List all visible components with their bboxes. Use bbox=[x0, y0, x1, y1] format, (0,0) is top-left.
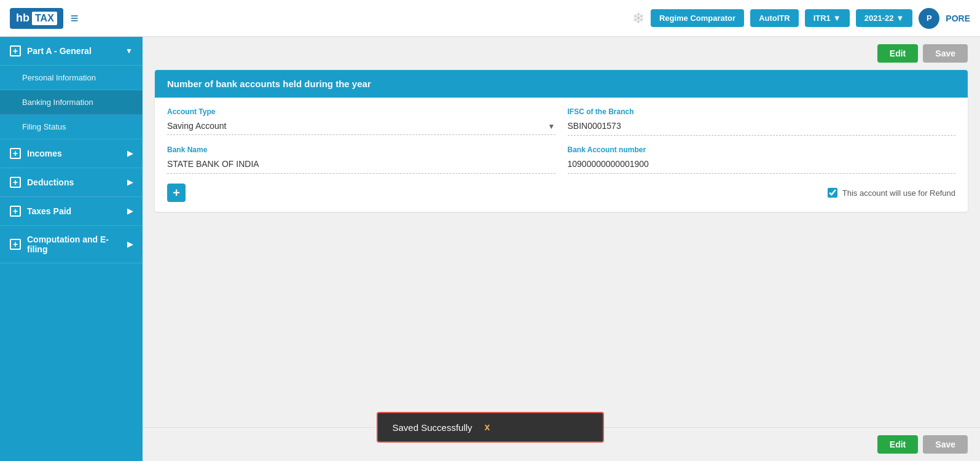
sidebar-item-computation[interactable]: + Computation and E-filing ▶ bbox=[0, 226, 143, 263]
sidebar-item-incomes[interactable]: + Incomes ▶ bbox=[0, 139, 143, 168]
sidebar-item-deductions-label: Deductions bbox=[27, 177, 74, 187]
deductions-arrow-icon: ▶ bbox=[127, 178, 133, 187]
sidebar-item-taxes-paid-label: Taxes Paid bbox=[27, 206, 71, 216]
account-type-value: Saving Account bbox=[167, 118, 548, 134]
toast-notification: Saved Successfully x bbox=[377, 412, 604, 443]
content-area: Edit Save Number of bank accounts held d… bbox=[143, 37, 980, 461]
account-type-select[interactable]: Saving Account ▼ bbox=[167, 118, 555, 135]
computation-arrow-icon: ▶ bbox=[127, 240, 133, 249]
top-action-bar: Edit Save bbox=[143, 37, 980, 70]
account-type-arrow-icon: ▼ bbox=[548, 122, 555, 131]
avatar[interactable]: P bbox=[919, 8, 939, 29]
computation-expand-icon: + bbox=[10, 239, 21, 250]
snowflake-icon: ❄ bbox=[632, 10, 645, 27]
toast-message: Saved Successfully bbox=[393, 422, 472, 433]
ifsc-label: IFSC of the Branch bbox=[568, 107, 956, 116]
bank-card-header: Number of bank accounts held during the … bbox=[155, 70, 968, 98]
sidebar-item-taxes-paid[interactable]: + Taxes Paid ▶ bbox=[0, 197, 143, 226]
main-layout: + Part A - General ▼ Personal Informatio… bbox=[0, 37, 980, 461]
deductions-expand-icon: + bbox=[10, 177, 21, 188]
sidebar-item-part-a-label: Part A - General bbox=[27, 46, 92, 56]
bank-name-value: STATE BANK OF INDIA bbox=[167, 157, 555, 174]
incomes-arrow-icon: ▶ bbox=[127, 149, 133, 158]
taxes-paid-expand-icon: + bbox=[10, 206, 21, 217]
autoitr-button[interactable]: AutoITR bbox=[750, 9, 799, 27]
year-dropdown-button[interactable]: 2021-22 ▼ bbox=[856, 9, 913, 27]
account-type-group: Account Type Saving Account ▼ bbox=[167, 107, 555, 136]
refund-checkbox[interactable] bbox=[828, 188, 837, 198]
logo[interactable]: hb TAX bbox=[10, 8, 63, 29]
toast-close-button[interactable]: x bbox=[485, 422, 490, 433]
account-number-value: 10900000000001900 bbox=[568, 157, 956, 174]
sidebar-item-computation-label: Computation and E-filing bbox=[27, 234, 121, 254]
header: hb TAX ≡ ❄ Regime Comparator AutoITR ITR… bbox=[0, 0, 980, 37]
ifsc-group: IFSC of the Branch SBIN0001573 bbox=[568, 107, 956, 136]
refund-checkbox-group: This account will use for Refund bbox=[828, 188, 955, 198]
itr1-dropdown-button[interactable]: ITR1 ▼ bbox=[805, 9, 850, 27]
taxes-paid-arrow-icon: ▶ bbox=[127, 207, 133, 215]
bank-name-group: Bank Name STATE BANK OF INDIA bbox=[167, 145, 555, 174]
part-a-expand-icon: + bbox=[10, 45, 21, 56]
sidebar-item-filing-status[interactable]: Filing Status bbox=[0, 115, 143, 139]
account-number-group: Bank Account number 10900000000001900 bbox=[568, 145, 956, 174]
edit-button-top[interactable]: Edit bbox=[877, 44, 918, 63]
form-row-1: Account Type Saving Account ▼ IFSC of th… bbox=[167, 107, 955, 136]
refund-label: This account will use for Refund bbox=[842, 188, 955, 198]
toast-overlay: Saved Successfully x bbox=[377, 412, 604, 443]
bank-card-body: Account Type Saving Account ▼ IFSC of th… bbox=[155, 98, 968, 212]
save-button-bottom[interactable]: Save bbox=[923, 435, 968, 454]
add-account-button[interactable]: + bbox=[167, 184, 186, 202]
sidebar-item-banking-information[interactable]: Banking Information bbox=[0, 90, 143, 115]
part-a-arrow-icon: ▼ bbox=[125, 47, 133, 55]
regime-comparator-button[interactable]: Regime Comparator bbox=[651, 9, 744, 27]
bank-name-label: Bank Name bbox=[167, 145, 555, 154]
bank-card: Number of bank accounts held during the … bbox=[155, 70, 968, 212]
sidebar: + Part A - General ▼ Personal Informatio… bbox=[0, 37, 143, 461]
logo-tax: TAX bbox=[32, 12, 57, 25]
add-btn-row: + This account will use for Refund bbox=[167, 184, 955, 202]
sidebar-item-personal-information[interactable]: Personal Information bbox=[0, 66, 143, 90]
hamburger-icon[interactable]: ≡ bbox=[71, 10, 79, 26]
form-row-2: Bank Name STATE BANK OF INDIA Bank Accou… bbox=[167, 145, 955, 174]
save-button-top[interactable]: Save bbox=[923, 44, 968, 63]
account-number-label: Bank Account number bbox=[568, 145, 956, 154]
ifsc-value: SBIN0001573 bbox=[568, 118, 956, 136]
sidebar-item-part-a[interactable]: + Part A - General ▼ bbox=[0, 37, 143, 66]
header-right: ❄ Regime Comparator AutoITR ITR1 ▼ 2021-… bbox=[632, 8, 970, 29]
logo-hb: hb bbox=[16, 12, 29, 25]
sidebar-item-incomes-label: Incomes bbox=[27, 149, 62, 158]
incomes-expand-icon: + bbox=[10, 148, 21, 159]
edit-button-bottom[interactable]: Edit bbox=[877, 435, 918, 454]
user-name[interactable]: PORE bbox=[946, 14, 970, 23]
account-type-label: Account Type bbox=[167, 107, 555, 116]
sidebar-item-deductions[interactable]: + Deductions ▶ bbox=[0, 168, 143, 197]
